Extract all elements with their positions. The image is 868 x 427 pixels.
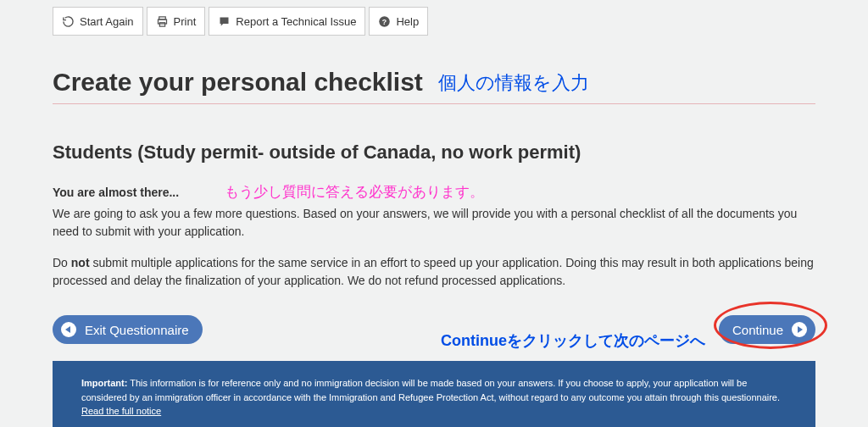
subtitle: Students (Study permit- outside of Canad…	[53, 141, 815, 164]
important-text: This information is for reference only a…	[81, 378, 780, 402]
almost-label: You are almost there...	[53, 186, 179, 199]
title-row: Create your personal checklist 個人の情報を入力	[53, 68, 815, 104]
read-full-notice-link[interactable]: Read the full notice	[81, 406, 161, 416]
help-label: Help	[396, 15, 419, 28]
svg-marker-6	[798, 326, 803, 333]
para2-b: submit multiple applications for the sam…	[53, 256, 814, 287]
exit-label: Exit Questionnaire	[85, 323, 189, 337]
paragraph-2: Do not submit multiple applications for …	[53, 254, 815, 290]
continue-button[interactable]: Continue	[719, 315, 815, 344]
help-button[interactable]: ? Help	[369, 7, 428, 36]
paragraph-1: We are going to ask you a few more quest…	[53, 205, 815, 241]
arrow-right-icon	[792, 322, 807, 337]
refresh-icon	[62, 15, 75, 28]
para2-bold: not	[71, 256, 90, 269]
print-button[interactable]: Print	[147, 7, 206, 36]
para2-a: Do	[53, 256, 71, 269]
important-label: Important:	[81, 378, 127, 388]
title-annotation: 個人の情報を入力	[438, 72, 589, 93]
page-title: Create your personal checklist	[53, 68, 423, 96]
svg-text:?: ?	[382, 17, 387, 25]
start-again-label: Start Again	[80, 15, 134, 28]
continue-label: Continue	[732, 323, 783, 337]
important-notice: Important: This information is for refer…	[53, 361, 815, 427]
almost-annotation: もう少し質問に答える必要があります。	[225, 184, 484, 200]
arrow-left-icon	[61, 322, 76, 337]
svg-marker-5	[65, 326, 70, 333]
almost-row: You are almost there... もう少し質問に答える必要がありま…	[53, 182, 815, 202]
continue-annotation: Continueをクリックして次のページへ	[441, 330, 705, 351]
toolbar: Start Again Print Report a Technical Iss…	[53, 7, 815, 36]
report-label: Report a Technical Issue	[236, 15, 356, 28]
start-again-button[interactable]: Start Again	[53, 7, 143, 36]
button-row: Exit Questionnaire Continue Continueをクリッ…	[53, 312, 815, 354]
print-icon	[156, 15, 169, 28]
speech-bubble-icon	[218, 15, 231, 28]
print-label: Print	[174, 15, 197, 28]
exit-questionnaire-button[interactable]: Exit Questionnaire	[53, 315, 203, 344]
report-issue-button[interactable]: Report a Technical Issue	[209, 7, 365, 36]
help-icon: ?	[378, 15, 391, 28]
